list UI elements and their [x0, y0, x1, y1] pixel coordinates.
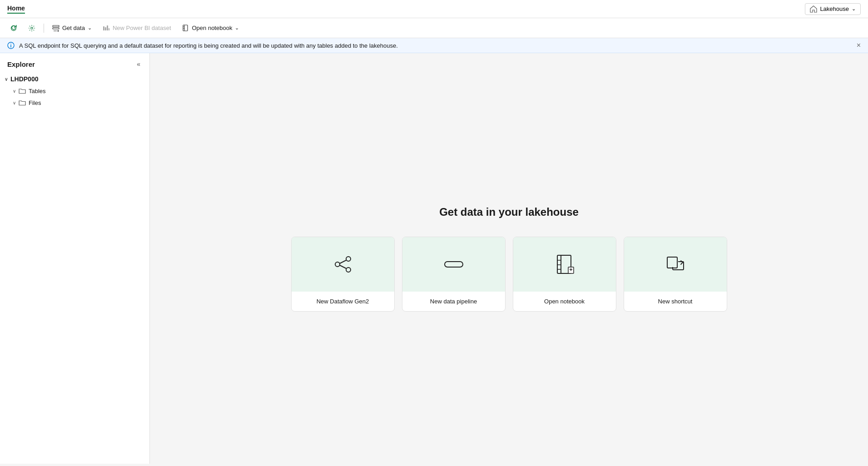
powerbi-icon — [103, 25, 110, 32]
svg-line-13 — [340, 260, 346, 263]
open-notebook-label: Open notebook — [192, 25, 233, 31]
tree-item-files[interactable]: ∨ Files — [0, 97, 149, 109]
get-data-chevron: ⌄ — [88, 25, 92, 31]
svg-point-11 — [346, 257, 351, 261]
tree-chevron-files: ∨ — [13, 100, 16, 105]
info-banner: A SQL endpoint for SQL querying and a de… — [0, 38, 868, 53]
toolbar: Get data ⌄ New Power BI dataset Open not… — [0, 18, 868, 38]
folder-icon-files — [19, 99, 26, 106]
page-title: Home — [7, 5, 25, 14]
tree-chevron-tables: ∨ — [13, 89, 16, 94]
svg-rect-3 — [103, 26, 104, 30]
card-new-pipeline[interactable]: New data pipeline — [402, 237, 506, 312]
settings-button[interactable] — [24, 22, 40, 34]
cards-row: New Dataflow Gen2 New data pipeline — [291, 237, 727, 312]
tree-label-lhdp000: LHDP000 — [10, 75, 38, 83]
new-powerbi-button[interactable]: New Power BI dataset — [98, 22, 176, 34]
tree-label-files: Files — [29, 99, 41, 106]
sidebar-header: Explorer « — [0, 53, 149, 73]
banner-close-button[interactable]: × — [857, 42, 861, 49]
svg-point-9 — [10, 44, 11, 45]
card-icon-area-notebook — [513, 237, 616, 292]
tree-label-tables: Tables — [29, 88, 46, 94]
open-notebook-button[interactable]: Open notebook ⌄ — [178, 22, 244, 34]
notebook-icon — [554, 253, 575, 275]
svg-rect-4 — [105, 27, 106, 30]
sidebar-collapse-button[interactable]: « — [135, 59, 142, 69]
card-icon-area-shortcut — [624, 237, 727, 292]
open-notebook-chevron: ⌄ — [235, 25, 239, 31]
refresh-icon — [10, 25, 17, 32]
banner-message: A SQL endpoint for SQL querying and a de… — [19, 42, 398, 49]
sidebar: Explorer « ∨ LHDP000 ∨ Tables ∨ Files — [0, 53, 150, 464]
main-area: Explorer « ∨ LHDP000 ∨ Tables ∨ Files Ge… — [0, 53, 868, 464]
tree-item-tables[interactable]: ∨ Tables — [0, 85, 149, 97]
svg-rect-2 — [53, 28, 59, 29]
card-label-dataflow: New Dataflow Gen2 — [311, 292, 375, 311]
card-icon-area-dataflow — [292, 237, 394, 292]
tree-item-lhdp000[interactable]: ∨ LHDP000 — [0, 73, 149, 85]
svg-rect-6 — [109, 28, 109, 30]
lakehouse-chevron: ⌄ — [852, 6, 856, 12]
new-powerbi-label: New Power BI dataset — [113, 25, 171, 31]
card-new-shortcut[interactable]: New shortcut — [624, 237, 727, 312]
card-new-dataflow[interactable]: New Dataflow Gen2 — [291, 237, 395, 312]
get-data-label: Get data — [62, 25, 85, 31]
get-data-icon — [52, 25, 60, 32]
gear-icon — [28, 25, 35, 32]
card-label-notebook: Open notebook — [539, 292, 590, 311]
info-icon — [7, 42, 15, 49]
svg-point-0 — [31, 27, 33, 29]
lakehouse-button[interactable]: Lakehouse ⌄ — [805, 3, 861, 15]
card-icon-area-pipeline — [402, 237, 505, 292]
svg-rect-15 — [445, 262, 463, 267]
top-nav: Home Lakehouse ⌄ — [0, 0, 868, 18]
pipeline-icon — [443, 253, 465, 275]
svg-point-12 — [346, 268, 351, 272]
card-open-notebook[interactable]: Open notebook — [513, 237, 616, 312]
sidebar-title: Explorer — [7, 60, 35, 68]
lakehouse-label: Lakehouse — [820, 5, 849, 12]
get-data-button[interactable]: Get data ⌄ — [48, 22, 96, 34]
svg-rect-5 — [107, 25, 108, 30]
svg-rect-1 — [53, 25, 59, 27]
content-title: Get data in your lakehouse — [439, 206, 579, 218]
dataflow-icon — [332, 253, 354, 275]
svg-rect-7 — [183, 25, 188, 31]
toolbar-separator — [44, 24, 44, 33]
open-notebook-icon — [182, 25, 189, 32]
card-label-shortcut: New shortcut — [653, 292, 698, 311]
folder-icon-tables — [19, 87, 26, 94]
svg-line-14 — [340, 265, 346, 268]
shortcut-icon — [665, 253, 686, 275]
svg-point-10 — [335, 262, 340, 267]
card-label-pipeline: New data pipeline — [425, 292, 482, 311]
tree-chevron-lhdp000: ∨ — [5, 77, 8, 82]
top-nav-right: Lakehouse ⌄ — [805, 3, 861, 15]
content-area: Get data in your lakehouse New Dataflow … — [150, 53, 868, 464]
home-icon — [810, 5, 817, 13]
top-nav-left: Home — [7, 5, 25, 14]
refresh-button[interactable] — [5, 22, 22, 34]
